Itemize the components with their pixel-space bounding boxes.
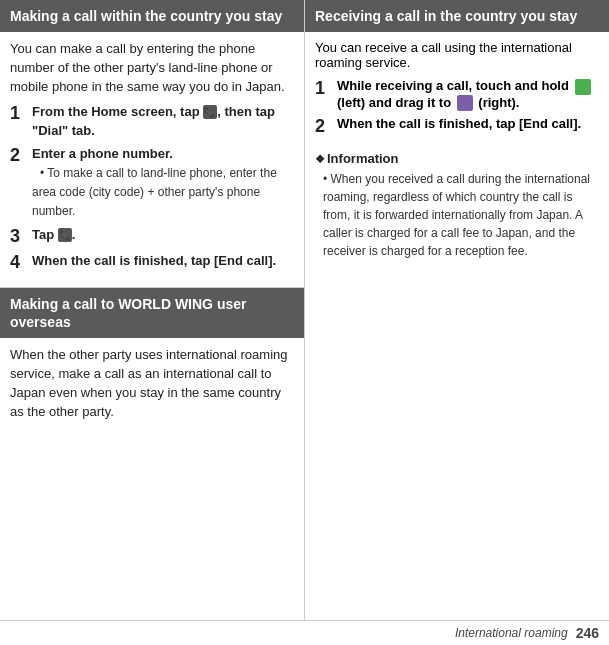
right-step-2-num: 2	[315, 116, 337, 138]
info-title: Information	[315, 151, 399, 166]
right-step-2-bold: When the call is finished, tap [End call…	[337, 116, 599, 131]
step-1-content: From the Home screen, tap 📞, then tap "D…	[32, 103, 294, 141]
step-2-sub: To make a call to land-line phone, enter…	[32, 166, 277, 218]
step-1: 1 From the Home screen, tap 📞, then tap …	[10, 103, 294, 141]
world-wing-header: Making a call to WORLD WING user oversea…	[0, 287, 304, 338]
step-1-text: From the Home screen, tap 📞, then tap "D…	[32, 103, 294, 141]
right-step-1-bold: While receiving a call, touch and hold (…	[337, 78, 599, 111]
page-label: International roaming	[455, 626, 568, 640]
main-content: Making a call within the country you sta…	[0, 0, 609, 620]
step-4: 4 When the call is finished, tap [End ca…	[10, 252, 294, 274]
right-column: Receiving a call in the country you stay…	[305, 0, 609, 620]
step-3-bold: Tap 📞.	[32, 226, 294, 245]
step-2-num: 2	[10, 145, 32, 167]
page-number: 246	[576, 625, 599, 641]
making-call-header: Making a call within the country you sta…	[0, 0, 304, 32]
step-3-num: 3	[10, 226, 32, 248]
left-column: Making a call within the country you sta…	[0, 0, 305, 620]
section1-intro: You can make a call by entering the phon…	[10, 40, 294, 97]
right-intro: You can receive a call using the interna…	[315, 40, 599, 70]
step-4-bold: When the call is finished, tap [End call…	[32, 252, 294, 271]
receiving-call-header: Receiving a call in the country you stay	[305, 0, 609, 32]
step-4-num: 4	[10, 252, 32, 274]
section1-body: You can make a call by entering the phon…	[0, 32, 304, 287]
section2-intro: When the other party uses international …	[10, 346, 294, 421]
footer: International roaming 246	[0, 620, 609, 645]
step-2-content: Enter a phone number. To make a call to …	[32, 145, 294, 220]
step-4-content: When the call is finished, tap [End call…	[32, 252, 294, 271]
right-step-1: 1 While receiving a call, touch and hold…	[315, 78, 599, 111]
step-1-num: 1	[10, 103, 32, 125]
purple-icon	[457, 95, 473, 111]
right-step-2: 2 When the call is finished, tap [End ca…	[315, 116, 599, 138]
right-step-1-content: While receiving a call, touch and hold (…	[337, 78, 599, 111]
step-3-content: Tap 📞.	[32, 226, 294, 245]
section2-body: When the other party uses international …	[0, 338, 304, 435]
step-2: 2 Enter a phone number. To make a call t…	[10, 145, 294, 220]
step-2-bold: Enter a phone number.	[32, 145, 294, 164]
info-bullet: When you received a call during the inte…	[315, 170, 599, 260]
green-icon	[575, 79, 591, 95]
phone-icon-1: 📞	[203, 105, 217, 119]
step-3: 3 Tap 📞.	[10, 226, 294, 248]
info-section: Information When you received a call dur…	[315, 151, 599, 260]
right-step-1-num: 1	[315, 78, 337, 100]
phone-icon-2: 📞	[58, 228, 72, 242]
right-step-2-content: When the call is finished, tap [End call…	[337, 116, 599, 131]
